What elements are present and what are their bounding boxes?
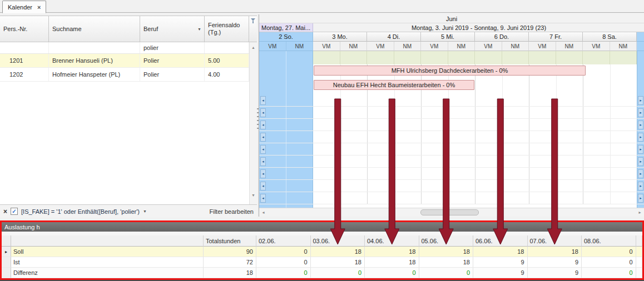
calendar-week-row: Montag, 27. Mai... Montag, 3. Juni 2019 … — [259, 23, 644, 32]
scroll-down-icon[interactable]: ▼ — [250, 191, 257, 199]
column-header-03-06[interactable]: 03.06. — [311, 235, 365, 247]
filter-cell-suchname[interactable] — [49, 42, 140, 53]
row-scroll-right-icon[interactable]: ▸ — [638, 121, 643, 129]
personnel-row-1202[interactable]: 1202 Hofmeier Hanspeter (PL) Polier 4.00 — [0, 68, 249, 82]
filter-cell-feriensaldo[interactable] — [205, 42, 249, 53]
row-scroll-right-icon[interactable]: ▸ — [638, 182, 643, 190]
scroll-right-icon[interactable]: ▸ — [636, 208, 644, 217]
scroll-left-icon[interactable]: ◂ — [259, 208, 267, 217]
cell-suchname: Brenner Hansueli (PL) — [49, 54, 140, 67]
table-row-soll[interactable]: ▸Soll90018181818180 — [2, 247, 642, 257]
row-scroll-right-icon[interactable]: ▸ — [638, 96, 643, 105]
table-row-ist[interactable]: Ist720181818990 — [2, 257, 642, 268]
row-scroll-right-icon[interactable]: ▸ — [638, 194, 643, 203]
column-header-suchname[interactable]: Suchname — [49, 16, 140, 42]
capacity-cell-5-mi-vm — [421, 51, 448, 64]
day-header-3-mo[interactable]: 3 Mo. — [313, 32, 367, 42]
task-bar-mfh-ulrichsberg[interactable]: MFH Ulrichsberg Dachdeckerarbeiten - 0% — [314, 66, 586, 76]
beruf-dropdown-icon[interactable]: ▼ — [197, 27, 201, 31]
row-scroll-left-icon[interactable]: ◂ — [260, 145, 266, 154]
row-scroll-left-icon[interactable]: ◂ — [260, 121, 266, 129]
scroll-up-icon[interactable]: ▲ — [250, 43, 257, 51]
halfday-header-8-sa-nm[interactable]: NM — [610, 42, 637, 51]
row-label-differenz: Differenz — [11, 268, 204, 278]
halfday-header-8-sa-vm[interactable]: VM — [583, 42, 610, 51]
halfday-header-7-fr-vm[interactable]: VM — [529, 42, 556, 51]
cell-soll-04-06: 18 — [365, 247, 419, 257]
cell-filler — [636, 247, 643, 257]
day-header-8-sa[interactable]: 8 Sa. — [583, 32, 637, 42]
grid-vertical-scrollbar[interactable]: ▲ ▼ — [249, 42, 257, 204]
personnel-row-1201[interactable]: 1201 Brenner Hansueli (PL) Polier 5.00 — [0, 54, 249, 68]
calendar-day-header-row: 2 So.3 Mo.4 Di.5 Mi.6 Do.7 Fr.8 Sa. — [259, 32, 644, 42]
column-header-feriensaldo[interactable]: Feriensaldo (Tg.) — [205, 16, 249, 42]
day-header-2-so[interactable]: 2 So. — [259, 32, 313, 42]
cell-differenz-totalstunden: 18 — [204, 268, 256, 278]
halfday-header-4-di-nm[interactable]: NM — [394, 42, 422, 51]
filter-cell-beruf[interactable]: polier — [140, 42, 205, 53]
cell-pers-nr: 1201 — [0, 54, 49, 67]
row-scroll-left-icon[interactable]: ◂ — [260, 157, 266, 166]
row-scroll-left-icon[interactable]: ◂ — [260, 96, 266, 105]
filter-expression[interactable]: [IS_FAKE] = '1' oder Enthält([Beruf], 'p… — [21, 208, 140, 215]
halfday-header-4-di-vm[interactable]: VM — [367, 42, 394, 51]
halfday-header-7-fr-nm[interactable]: NM — [556, 42, 583, 51]
filter-edit-button[interactable]: Filter bearbeiten — [210, 208, 254, 215]
column-header-pers-nr[interactable]: Pers.-Nr. — [0, 16, 49, 42]
filter-enabled-checkbox[interactable]: ✓ — [11, 208, 18, 215]
row-scroll-right-icon[interactable]: ▸ — [638, 157, 643, 166]
day-header-6-do[interactable]: 6 Do. — [475, 32, 529, 42]
cell-pers-nr: 1202 — [0, 68, 49, 81]
row-scroll-left-icon[interactable]: ◂ — [260, 194, 266, 203]
halfday-header-2-so-nm[interactable]: NM — [286, 42, 314, 51]
column-header-02-06[interactable]: 02.06. — [256, 235, 311, 247]
grid-filter-corner[interactable] — [249, 16, 257, 42]
row-scroll-right-icon[interactable]: ▸ — [638, 145, 643, 154]
capacity-cell-8-sa-nm — [610, 51, 637, 64]
cell-ist-07-06: 9 — [528, 257, 582, 268]
column-header-06-06[interactable]: 06.06. — [473, 235, 528, 247]
column-header-beruf[interactable]: Beruf ▼ — [140, 16, 205, 42]
row-scroll-right-icon[interactable]: ▸ — [638, 108, 643, 117]
week-current-header[interactable]: Montag, 3. Juni 2019 - Sonntag, 9. Juni … — [313, 23, 644, 32]
task-bar-neubau-efh-hecht[interactable]: Neubau EFH Hecht Baumeisterarbeiten - 0% — [314, 80, 474, 90]
tab-close-icon[interactable]: × — [37, 4, 41, 11]
filter-cell-pers-nr[interactable] — [0, 42, 49, 53]
halfday-header-6-do-vm[interactable]: VM — [475, 42, 502, 51]
row-scroll-right-icon[interactable]: ▸ — [638, 169, 643, 178]
capacity-cell-8-sa-vm — [583, 51, 610, 64]
scrollbar-thumb[interactable] — [420, 209, 479, 215]
halfday-header-2-so-vm[interactable]: VM — [259, 42, 286, 51]
column-header-row-label[interactable] — [11, 235, 204, 247]
row-scroll-left-icon[interactable]: ◂ — [260, 108, 266, 117]
row-scroll-left-icon[interactable]: ◂ — [260, 182, 266, 190]
month-label: Juni — [446, 16, 457, 22]
halfday-header-6-do-nm[interactable]: NM — [502, 42, 529, 51]
column-header-totalstunden[interactable]: Totalstunden — [204, 235, 256, 247]
cell-feriensaldo: 5.00 — [205, 54, 249, 67]
halfday-header-3-mo-nm[interactable]: NM — [340, 42, 368, 51]
row-scroll-left-icon[interactable]: ◂ — [260, 169, 266, 178]
clear-filter-icon[interactable]: × — [3, 208, 7, 215]
row-label-ist: Ist — [11, 257, 204, 268]
filter-expression-dropdown-icon[interactable]: ▼ — [143, 209, 147, 213]
gridline — [529, 64, 529, 204]
day-header-7-fr[interactable]: 7 Fr. — [529, 32, 583, 42]
column-header-08-06[interactable]: 08.06. — [582, 235, 636, 247]
column-header-07-06[interactable]: 07.06. — [528, 235, 582, 247]
row-scroll-right-icon[interactable]: ▸ — [638, 133, 643, 142]
column-header-05-06[interactable]: 05.06. — [419, 235, 474, 247]
halfday-header-5-mi-vm[interactable]: VM — [421, 42, 448, 51]
row-indicator — [2, 257, 11, 268]
column-header-04-06[interactable]: 04.06. — [365, 235, 419, 247]
day-header-4-di[interactable]: 4 Di. — [367, 32, 421, 42]
day-header-5-mi[interactable]: 5 Mi. — [421, 32, 475, 42]
halfday-header-5-mi-nm[interactable]: NM — [448, 42, 475, 51]
tab-kalender[interactable]: Kalender × — [2, 1, 46, 13]
cell-differenz-08-06: 0 — [582, 268, 636, 278]
calendar-horizontal-scrollbar[interactable]: ◂ ▸ — [259, 208, 644, 217]
week-prev-header[interactable]: Montag, 27. Mai... — [259, 23, 313, 32]
table-row-differenz[interactable]: Differenz180000990 — [2, 268, 642, 278]
row-scroll-left-icon[interactable]: ◂ — [260, 133, 266, 142]
halfday-header-3-mo-vm[interactable]: VM — [313, 42, 340, 51]
